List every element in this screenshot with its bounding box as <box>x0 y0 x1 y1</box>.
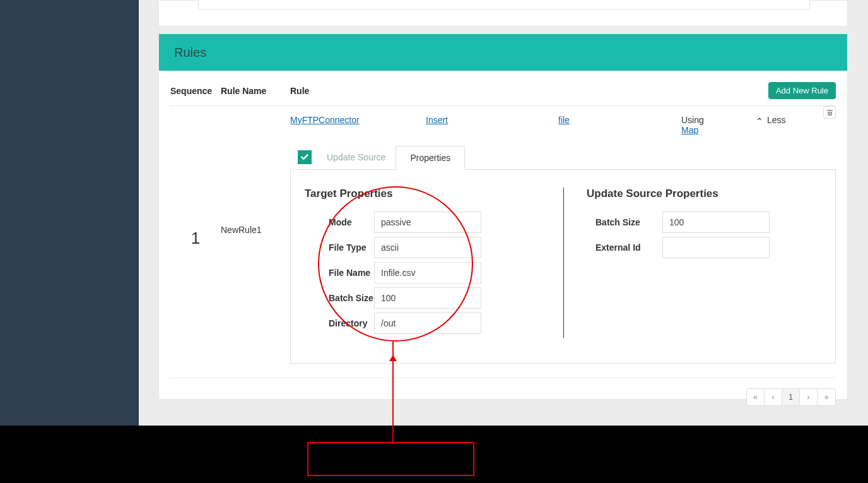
sidebar <box>0 0 139 426</box>
tab-properties[interactable]: Properties <box>396 146 465 170</box>
trash-icon <box>826 109 833 116</box>
rules-panel-body: Sequence Rule Name Rule Add New Rule 1 N… <box>159 71 847 417</box>
filetype-label: File Type <box>305 242 374 253</box>
upper-card-inner <box>198 0 810 9</box>
col-header-rule: Rule <box>290 86 768 96</box>
sequence-number: 1 <box>170 229 221 248</box>
filename-input[interactable] <box>374 262 481 283</box>
rules-table-header: Sequence Rule Name Rule Add New Rule <box>170 82 836 106</box>
target-properties-title: Target Properties <box>305 188 554 200</box>
source-batchsize-label: Batch Size <box>587 217 662 227</box>
rule-row: 1 NewRule1 MyFTPConnector Insert file Us… <box>170 106 836 364</box>
update-source-checkbox[interactable] <box>298 150 312 164</box>
rules-panel: Rules Sequence Rule Name Rule Add New Ru… <box>158 33 848 400</box>
pager-page-1[interactable]: 1 <box>782 389 800 405</box>
externalid-label: External Id <box>587 242 662 253</box>
rules-panel-title: Rules <box>174 45 206 60</box>
mode-label: Mode <box>305 217 374 227</box>
mode-input[interactable] <box>374 212 481 233</box>
directory-input[interactable] <box>374 313 481 334</box>
action-link[interactable]: Insert <box>426 115 448 125</box>
rule-name-cell: NewRule1 <box>221 112 290 364</box>
target-batchsize-input[interactable] <box>374 287 481 309</box>
expand-toggle[interactable]: Less <box>756 115 806 135</box>
check-icon <box>300 153 309 162</box>
connector-link[interactable]: MyFTPConnector <box>290 115 360 125</box>
tab-update-source[interactable]: Update Source <box>317 146 396 169</box>
source-batchsize-input[interactable] <box>662 212 770 233</box>
add-new-rule-button[interactable]: Add New Rule <box>768 82 836 99</box>
map-link[interactable]: Map <box>681 125 698 135</box>
pager-prev-button[interactable]: ‹ <box>765 389 782 405</box>
sequence-cell: 1 <box>170 112 221 364</box>
chevron-up-icon <box>756 115 763 125</box>
pager-next-button[interactable]: › <box>800 389 818 405</box>
externalid-input[interactable] <box>662 237 770 258</box>
pager-first-button[interactable]: « <box>747 389 765 405</box>
update-source-properties-column: Update Source Properties Batch Size Exte… <box>563 188 824 338</box>
properties-panel: Target Properties Mode File Type File Na… <box>290 169 836 364</box>
target-link[interactable]: file <box>558 115 570 125</box>
col-header-sequence: Sequence <box>170 86 221 96</box>
rule-tabs: Update Source Properties <box>298 145 836 169</box>
filetype-input[interactable] <box>374 237 481 258</box>
pagination: « ‹ 1 › » <box>170 378 836 406</box>
annotation-callout-box <box>307 442 474 476</box>
target-properties-column: Target Properties Mode File Type File Na… <box>302 188 554 338</box>
rule-summary-row: MyFTPConnector Insert file Using Map Les… <box>290 112 836 145</box>
directory-label: Directory <box>305 318 374 328</box>
rule-detail-cell: MyFTPConnector Insert file Using Map Les… <box>290 112 836 364</box>
pager-last-button[interactable]: » <box>818 389 835 405</box>
update-source-properties-title: Update Source Properties <box>587 188 824 200</box>
rules-panel-header: Rules <box>159 34 847 71</box>
filename-label: File Name <box>305 268 374 278</box>
col-header-rule-name: Rule Name <box>221 86 290 96</box>
rule-name-text: NewRule1 <box>221 225 290 235</box>
delete-rule-button[interactable] <box>823 106 836 119</box>
using-label: Using <box>681 115 756 125</box>
toggle-label: Less <box>767 115 786 125</box>
target-batchsize-label: Batch Size <box>305 293 374 303</box>
